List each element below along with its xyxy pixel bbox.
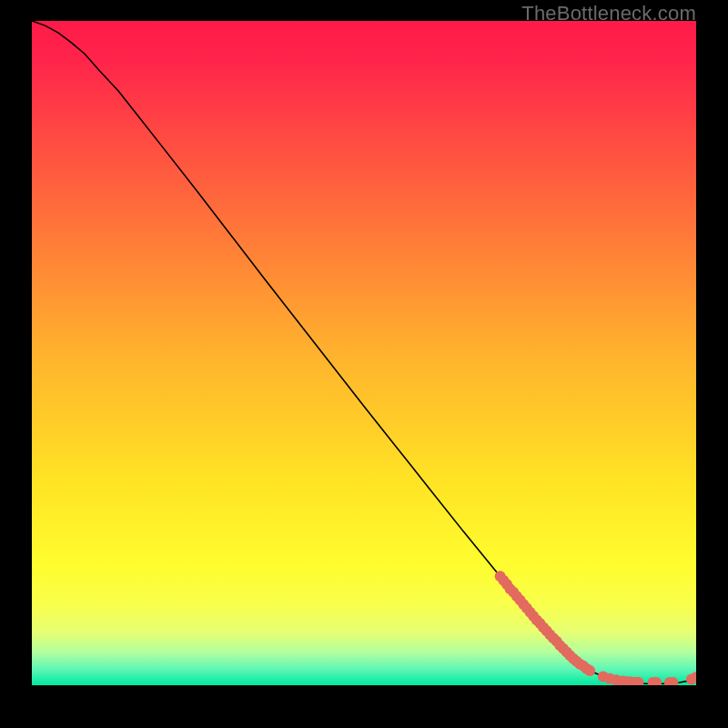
bottleneck-plot <box>32 21 696 685</box>
chart-stage: TheBottleneck.com <box>0 0 728 728</box>
plot-background <box>32 21 696 685</box>
sample-point <box>584 665 595 676</box>
